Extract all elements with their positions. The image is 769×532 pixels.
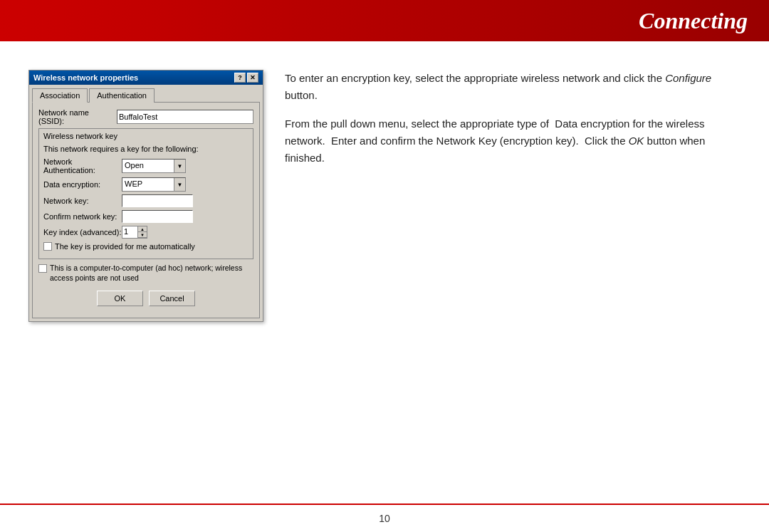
paragraph-2: From the pull down menu, select the appr… [285, 115, 741, 167]
wireless-key-group: Wireless network key This network requir… [38, 128, 253, 259]
dialog-title: Wireless network properties [33, 73, 138, 82]
data-encryption-select[interactable]: WEP ▼ [122, 177, 186, 192]
network-auth-select[interactable]: Open ▼ [122, 159, 186, 173]
titlebar-buttons: ? ✕ [234, 73, 258, 83]
win-dialog: Wireless network properties ? ✕ Associat… [28, 70, 263, 322]
footer: 10 [0, 504, 769, 532]
adhoc-label: This is a computer-to-computer (ad hoc) … [50, 264, 253, 283]
dialog-titlebar: Wireless network properties ? ✕ [29, 71, 263, 85]
tab-association[interactable]: Association [32, 88, 88, 103]
network-auth-label: Network Authentication: [43, 157, 122, 174]
auto-key-label: The key is provided for me automatically [55, 241, 195, 251]
adhoc-row: This is a computer-to-computer (ad hoc) … [38, 264, 253, 283]
dialog-screenshot: Wireless network properties ? ✕ Associat… [28, 70, 263, 322]
key-index-label: Key index (advanced): [43, 228, 122, 236]
ok-italic: OK [629, 135, 644, 147]
confirm-key-input[interactable] [122, 210, 193, 223]
adhoc-checkbox[interactable] [38, 264, 47, 273]
ok-button[interactable]: OK [97, 291, 143, 306]
dialog-tabs: Association Authentication [29, 85, 263, 102]
network-name-label: Network name (SSID): [38, 108, 117, 125]
auto-key-row: The key is provided for me automatically [43, 241, 249, 251]
tab-authentication[interactable]: Authentication [89, 88, 155, 103]
data-encryption-value: WEP [122, 178, 174, 191]
network-key-row: Network key: [43, 194, 249, 207]
close-button[interactable]: ✕ [247, 73, 258, 83]
data-encryption-arrow[interactable]: ▼ [174, 178, 185, 191]
spinner-buttons: ▲ ▼ [138, 226, 147, 238]
key-index-value: 1 [122, 226, 138, 238]
cancel-button[interactable]: Cancel [149, 291, 195, 306]
page-number: 10 [379, 513, 390, 524]
network-name-input[interactable] [117, 110, 253, 124]
confirm-key-label: Confirm network key: [43, 212, 122, 221]
key-index-spinner[interactable]: 1 ▲ ▼ [122, 226, 147, 239]
auto-key-checkbox[interactable] [43, 242, 52, 251]
header: Connecting [0, 0, 769, 41]
group-title: Wireless network key [43, 132, 249, 140]
data-encryption-row: Data encryption: WEP ▼ [43, 177, 249, 192]
group-description: This network requires a key for the foll… [43, 145, 249, 153]
tab-content: Network name (SSID): Wireless network ke… [32, 102, 260, 318]
spinner-down[interactable]: ▼ [138, 232, 147, 238]
network-auth-value: Open [122, 160, 174, 172]
page-title: Connecting [639, 8, 748, 34]
paragraph-1: To enter an encryption key, select the a… [285, 70, 741, 104]
text-content: To enter an encryption key, select the a… [285, 63, 741, 178]
key-index-row: Key index (advanced): 1 ▲ ▼ [43, 226, 249, 239]
network-auth-row: Network Authentication: Open ▼ [43, 157, 249, 174]
network-key-input[interactable] [122, 194, 193, 207]
main-content: Wireless network properties ? ✕ Associat… [0, 41, 769, 504]
network-auth-arrow[interactable]: ▼ [174, 160, 185, 172]
network-name-row: Network name (SSID): [38, 108, 253, 125]
confirm-key-row: Confirm network key: [43, 210, 249, 223]
configure-italic: Configure [665, 72, 711, 84]
help-button[interactable]: ? [234, 73, 246, 83]
data-encryption-label: Data encryption: [43, 180, 122, 189]
dialog-buttons: OK Cancel [38, 286, 253, 312]
spinner-up[interactable]: ▲ [138, 226, 147, 232]
network-key-label: Network key: [43, 197, 122, 205]
